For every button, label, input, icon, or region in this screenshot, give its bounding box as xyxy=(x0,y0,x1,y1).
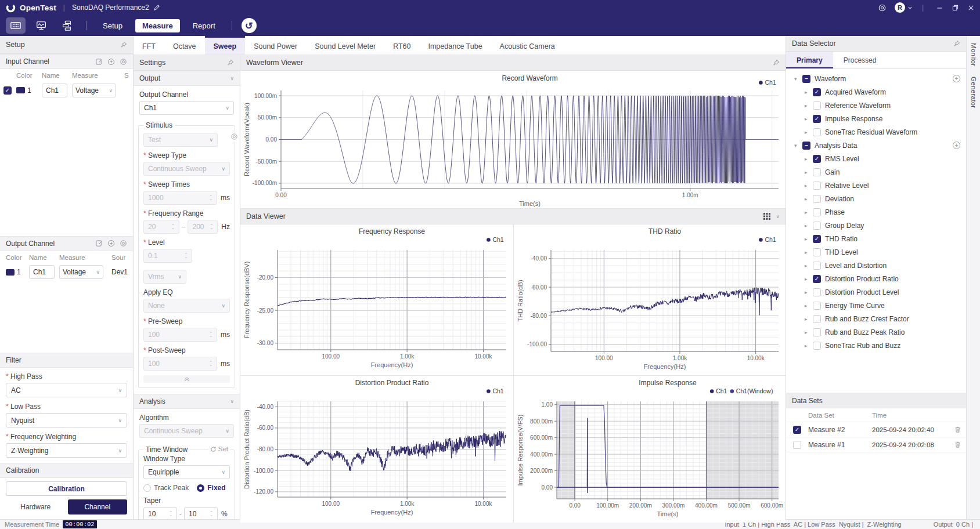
calibration-button[interactable]: Calibration xyxy=(6,481,127,496)
expander-icon[interactable]: ▸ xyxy=(805,89,813,95)
apply-eq-select[interactable]: None∨ xyxy=(143,299,230,313)
tree-checkbox[interactable]: ✓ xyxy=(813,88,821,96)
output-channel-select[interactable]: Ch1∨ xyxy=(139,101,234,115)
expander-icon[interactable]: ▸ xyxy=(805,303,813,309)
tab-impedance-tube[interactable]: Impedance Tube xyxy=(419,36,491,55)
sweep-type-select[interactable]: Continuous Sweep∨ xyxy=(143,162,230,176)
tree-checkbox[interactable] xyxy=(813,102,821,110)
tab-rt60[interactable]: RT60 xyxy=(384,36,419,55)
high-pass-select[interactable]: AC∨ xyxy=(6,383,127,397)
output-measure-select[interactable]: Voltage∨ xyxy=(59,265,103,279)
tree-checkbox[interactable]: ✓ xyxy=(813,155,821,163)
expander-icon[interactable]: ▸ xyxy=(805,236,813,242)
monitor-vertical-tab[interactable]: Monitor xyxy=(970,43,977,66)
edit-project-icon[interactable] xyxy=(153,4,160,12)
tree-item-rms-level[interactable]: ▸✓RMS Level xyxy=(786,152,966,165)
expander-icon[interactable]: ▸ xyxy=(805,329,813,335)
monitor-waveform-icon-button[interactable] xyxy=(31,17,51,34)
tree-checkbox[interactable]: – xyxy=(802,142,810,150)
expander-icon[interactable]: ▸ xyxy=(805,183,813,189)
tab-sound-power[interactable]: Sound Power xyxy=(245,36,306,55)
collapse-expander-icon[interactable]: ▾ xyxy=(794,76,802,82)
add-channel-icon[interactable] xyxy=(107,240,115,247)
channel-settings-gear-icon[interactable] xyxy=(120,240,127,247)
tab-acoustic-camera[interactable]: Acoustic Camera xyxy=(491,36,564,55)
tree-item-distortion-product-level[interactable]: ▸Distortion Product Level xyxy=(786,285,966,299)
stimulus-select[interactable]: Test∨ xyxy=(143,133,218,147)
frequency-min-stepper[interactable]: 20⌃⌄ xyxy=(143,220,179,234)
expander-icon[interactable]: ▸ xyxy=(805,289,813,295)
expander-icon[interactable]: ▸ xyxy=(805,129,813,135)
pin-icon[interactable] xyxy=(226,59,234,67)
tree-item-analysis-data[interactable]: ▾–Analysis Data+ xyxy=(786,139,966,152)
input-measure-select[interactable]: Voltage∨ xyxy=(72,84,116,97)
edit-table-icon[interactable] xyxy=(95,58,103,66)
tree-item-phase[interactable]: ▸Phase xyxy=(786,205,966,219)
tree-checkbox[interactable]: ✓ xyxy=(813,275,821,283)
close-icon[interactable] xyxy=(968,5,974,11)
tree-item-sonetrac-residual-waveform[interactable]: ▸SoneTrac Residual Waveform xyxy=(786,125,966,139)
channel-color-swatch[interactable] xyxy=(6,269,15,276)
flow-sequence-icon-button[interactable] xyxy=(57,17,77,34)
output-section-header[interactable]: Output ∨ xyxy=(134,71,240,86)
collapse-expander-icon[interactable]: ▾ xyxy=(794,143,802,148)
tree-checkbox[interactable] xyxy=(813,168,821,176)
window-type-select[interactable]: Equiripple∨ xyxy=(143,465,230,479)
tree-item-sonetrac-rub-and-buzz[interactable]: ▸SoneTrac Rub and Buzz xyxy=(786,339,966,352)
channel-tab[interactable]: Channel xyxy=(68,499,128,514)
expander-icon[interactable]: ▸ xyxy=(805,116,813,122)
expander-icon[interactable]: ▸ xyxy=(805,103,813,108)
tab-sweep[interactable]: Sweep xyxy=(205,36,246,55)
frequency-max-stepper[interactable]: 200⌃⌄ xyxy=(188,220,218,234)
add-derived-data-icon[interactable]: + xyxy=(953,142,960,149)
tree-item-level-and-distortion[interactable]: ▸Level and Distortion xyxy=(786,259,966,272)
settings-gear-icon[interactable] xyxy=(878,3,887,12)
pin-icon[interactable] xyxy=(953,40,960,48)
expander-icon[interactable]: ▸ xyxy=(805,276,813,282)
low-pass-select[interactable]: Nyquist∨ xyxy=(6,413,127,427)
taper-from-stepper[interactable]: 10⌃⌄ xyxy=(143,507,177,519)
sweep-times-stepper[interactable]: 1000⌃⌄ xyxy=(143,191,217,205)
tree-checkbox[interactable]: – xyxy=(802,75,810,83)
channel-settings-gear-icon[interactable] xyxy=(120,58,127,66)
tree-item-energy-time-curve[interactable]: ▸Energy Time Curve xyxy=(786,299,966,312)
input-channel-checkbox[interactable]: ✓ xyxy=(3,86,12,95)
pin-icon[interactable] xyxy=(120,41,127,49)
stimulus-gear-icon[interactable] xyxy=(230,133,238,140)
tree-checkbox[interactable] xyxy=(813,262,821,270)
analysis-section-header[interactable]: Analysis ∨ xyxy=(134,394,240,409)
tree-checkbox[interactable] xyxy=(813,315,821,323)
tab-octave[interactable]: Octave xyxy=(164,36,205,55)
tree-item-acquired-waveform[interactable]: ▸✓Acquired Waveform xyxy=(786,85,966,99)
expander-icon[interactable]: ▸ xyxy=(805,316,813,322)
add-derived-data-icon[interactable]: + xyxy=(953,75,960,82)
tree-item-relative-level[interactable]: ▸Relative Level xyxy=(786,179,966,192)
dataset-row-measure-2[interactable]: ✓Measure #22025-09-24 20:02:40 xyxy=(786,422,966,437)
tree-item-group-delay[interactable]: ▸Group Delay xyxy=(786,219,966,232)
time-window-set-button[interactable]: Set xyxy=(208,445,230,452)
expander-icon[interactable]: ▸ xyxy=(805,156,813,162)
edit-table-icon[interactable] xyxy=(95,240,103,247)
add-channel-icon[interactable] xyxy=(107,58,115,66)
expander-icon[interactable]: ▸ xyxy=(805,263,813,269)
tab-processed[interactable]: Processed xyxy=(833,52,887,68)
tab-fft[interactable]: FFT xyxy=(134,36,164,55)
expander-icon[interactable]: ▸ xyxy=(805,209,813,215)
nav-setup[interactable]: Setup xyxy=(96,19,129,32)
tree-item-rub-and-buzz-crest-factor[interactable]: ▸Rub and Buzz Crest Factor xyxy=(786,312,966,325)
tree-checkbox[interactable] xyxy=(813,222,821,230)
hardware-tab[interactable]: Hardware xyxy=(6,499,66,514)
tree-checkbox[interactable] xyxy=(813,182,821,190)
delete-dataset-icon[interactable] xyxy=(949,426,966,433)
tree-item-reference-waveform[interactable]: ▸Reference Waveform xyxy=(786,99,966,112)
tree-item-waveform[interactable]: ▾–Waveform+ xyxy=(786,72,966,85)
layout-grid-icon[interactable] xyxy=(763,212,771,220)
tree-item-distortion-product-ratio[interactable]: ▸✓Distortion Product Ratio xyxy=(786,272,966,285)
nav-report[interactable]: Report xyxy=(186,19,222,32)
pre-sweep-stepper[interactable]: 100⌃⌄ xyxy=(143,328,217,342)
taper-to-stepper[interactable]: 10⌃⌄ xyxy=(184,507,218,519)
tree-checkbox[interactable] xyxy=(813,302,821,310)
tree-item-impulse-response[interactable]: ▸✓Impulse Response xyxy=(786,112,966,125)
input-channel-name-field[interactable]: Ch1 xyxy=(42,84,67,97)
delete-dataset-icon[interactable] xyxy=(949,441,966,448)
